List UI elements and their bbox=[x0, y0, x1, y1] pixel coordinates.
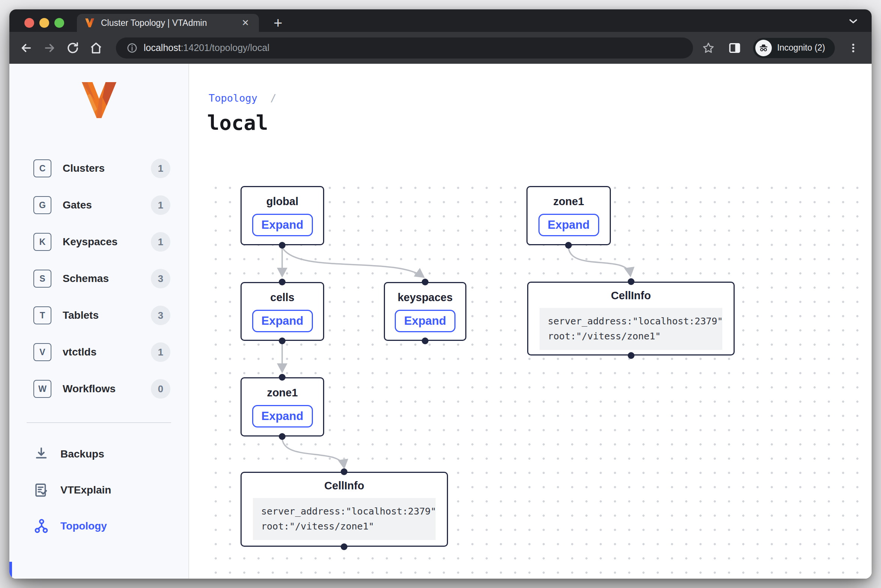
tab-strip: Cluster Topology | VTAdmin ✕ + bbox=[9, 9, 872, 32]
node-title: zone1 bbox=[528, 195, 610, 208]
topology-icon bbox=[33, 518, 49, 534]
topology-node-cellinfo-right: CellInfo server_address:"localhost:2379"… bbox=[527, 282, 735, 356]
breadcrumb: Topology / bbox=[209, 92, 277, 104]
sidebar-item-label: Keyspaces bbox=[63, 236, 151, 248]
sidebar-nav: C Clusters 1 G Gates 1 K Keyspaces 1 S S… bbox=[9, 157, 188, 400]
topology-node-cells: cells Expand bbox=[241, 282, 324, 341]
code-line: root:"/vitess/zone1" bbox=[548, 329, 714, 344]
url-host: localhost bbox=[144, 42, 181, 53]
topology-node-zone1-lower: zone1 Expand bbox=[241, 377, 324, 436]
sidebar-item-label: Backups bbox=[60, 448, 104, 460]
menu-kebab-icon[interactable] bbox=[842, 36, 865, 60]
tab-search-chevron-icon[interactable] bbox=[847, 15, 860, 29]
active-nav-indicator bbox=[9, 562, 12, 579]
count-badge: 1 bbox=[151, 159, 170, 178]
main-content: Topology / local global Expand zone1 Exp… bbox=[189, 64, 872, 579]
sidebar-item-vtexplain[interactable]: VTExplain bbox=[9, 478, 188, 502]
sidebar-item-vtctlds[interactable]: V vtctlds 1 bbox=[9, 340, 188, 364]
vitess-favicon-icon bbox=[84, 18, 95, 28]
node-title: global bbox=[242, 195, 323, 208]
keyspaces-icon: K bbox=[33, 233, 51, 251]
sidebar-item-backups[interactable]: Backups bbox=[9, 442, 188, 466]
expand-button-cells[interactable]: Expand bbox=[252, 310, 313, 332]
breadcrumb-divider: / bbox=[270, 92, 276, 104]
expand-button-global[interactable]: Expand bbox=[252, 214, 313, 236]
site-info-icon[interactable] bbox=[126, 42, 138, 54]
code-line: server_address:"localhost:2379" bbox=[548, 314, 714, 329]
page-title: local bbox=[207, 111, 268, 135]
code-line: root:"/vitess/zone1" bbox=[261, 519, 427, 534]
tab-close-icon[interactable]: ✕ bbox=[239, 18, 251, 28]
browser-window: Cluster Topology | VTAdmin ✕ + localhost… bbox=[9, 9, 872, 579]
window-close-button[interactable] bbox=[24, 18, 34, 28]
bookmark-star-icon[interactable] bbox=[697, 36, 720, 60]
topology-node-global: global Expand bbox=[241, 186, 324, 245]
schemas-icon: S bbox=[33, 270, 51, 288]
forward-button[interactable] bbox=[38, 36, 61, 60]
expand-button-keyspaces[interactable]: Expand bbox=[395, 310, 456, 332]
count-badge: 1 bbox=[151, 342, 170, 362]
sidebar-item-topology[interactable]: Topology bbox=[9, 514, 188, 538]
code-line: server_address:"localhost:2379" bbox=[261, 504, 427, 519]
tablets-icon: T bbox=[33, 306, 51, 324]
expand-button-zone1-top[interactable]: Expand bbox=[538, 214, 599, 236]
count-badge: 1 bbox=[151, 195, 170, 215]
sidebar-item-label: VTExplain bbox=[60, 484, 111, 496]
back-button[interactable] bbox=[15, 36, 38, 60]
sidebar-item-tablets[interactable]: T Tablets 3 bbox=[9, 304, 188, 327]
sidebar-item-label: Workflows bbox=[63, 383, 151, 395]
cellinfo-code: server_address:"localhost:2379" root:"/v… bbox=[253, 498, 436, 540]
node-title: CellInfo bbox=[242, 480, 447, 492]
topology-node-zone1-top: zone1 Expand bbox=[526, 186, 611, 245]
topology-node-keyspaces: keyspaces Expand bbox=[384, 282, 466, 341]
count-badge: 1 bbox=[151, 232, 170, 252]
count-badge: 3 bbox=[151, 269, 170, 288]
browser-toolbar: localhost:14201/topology/local Incognito… bbox=[9, 32, 872, 64]
node-title: cells bbox=[242, 291, 323, 304]
url-text: localhost:14201/topology/local bbox=[144, 42, 269, 53]
new-tab-button[interactable]: + bbox=[268, 14, 288, 32]
node-title: keyspaces bbox=[385, 291, 465, 304]
cellinfo-code: server_address:"localhost:2379" root:"/v… bbox=[540, 308, 722, 350]
breadcrumb-topology-link[interactable]: Topology bbox=[209, 92, 257, 104]
window-zoom-button[interactable] bbox=[54, 18, 64, 28]
sidebar-item-clusters[interactable]: C Clusters 1 bbox=[9, 157, 188, 180]
vtctlds-icon: V bbox=[33, 343, 51, 361]
workflows-icon: W bbox=[33, 380, 51, 398]
gates-icon: G bbox=[33, 196, 51, 214]
window-minimize-button[interactable] bbox=[39, 18, 49, 28]
profile-badge[interactable]: Incognito (2) bbox=[753, 38, 835, 58]
address-bar[interactable]: localhost:14201/topology/local bbox=[116, 38, 693, 58]
sidebar-item-gates[interactable]: G Gates 1 bbox=[9, 194, 188, 217]
url-path: :14201/topology/local bbox=[181, 42, 269, 53]
count-badge: 3 bbox=[151, 306, 170, 325]
incognito-label: Incognito (2) bbox=[777, 43, 825, 53]
incognito-icon bbox=[755, 40, 772, 56]
reload-button[interactable] bbox=[61, 36, 84, 60]
home-button[interactable] bbox=[84, 36, 108, 60]
count-badge: 0 bbox=[151, 379, 170, 399]
side-panel-icon[interactable] bbox=[723, 36, 746, 60]
sidebar-item-workflows[interactable]: W Workflows 0 bbox=[9, 377, 188, 400]
node-title: CellInfo bbox=[528, 290, 734, 302]
traffic-lights bbox=[24, 18, 64, 28]
sidebar-item-label: Topology bbox=[60, 520, 107, 532]
sidebar-divider bbox=[27, 422, 171, 423]
browser-tab[interactable]: Cluster Topology | VTAdmin ✕ bbox=[77, 14, 259, 32]
sidebar-item-keyspaces[interactable]: K Keyspaces 1 bbox=[9, 230, 188, 254]
download-icon bbox=[33, 446, 49, 462]
sidebar-item-label: Gates bbox=[63, 199, 151, 211]
vitess-logo bbox=[82, 82, 116, 122]
sidebar-item-label: Schemas bbox=[63, 273, 151, 285]
sidebar-item-label: Tablets bbox=[63, 309, 151, 321]
sidebar-item-label: Clusters bbox=[63, 162, 151, 174]
topology-node-cellinfo-bottom: CellInfo server_address:"localhost:2379"… bbox=[241, 472, 448, 547]
sidebar-item-label: vtctlds bbox=[63, 346, 151, 358]
clusters-icon: C bbox=[33, 159, 51, 177]
sidebar-item-schemas[interactable]: S Schemas 3 bbox=[9, 267, 188, 290]
sidebar: C Clusters 1 G Gates 1 K Keyspaces 1 S S… bbox=[9, 64, 189, 579]
document-check-icon bbox=[33, 482, 49, 498]
tab-title: Cluster Topology | VTAdmin bbox=[101, 18, 233, 28]
expand-button-zone1-lower[interactable]: Expand bbox=[252, 405, 313, 428]
node-title: zone1 bbox=[242, 387, 323, 399]
